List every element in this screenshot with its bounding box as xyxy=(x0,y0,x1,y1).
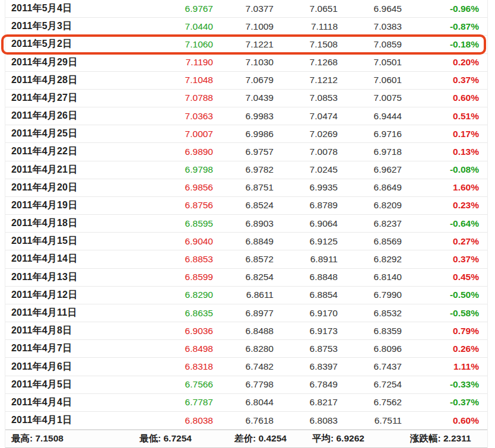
row-change-pct: -0.33% xyxy=(402,379,479,390)
row-change-pct: 0.37% xyxy=(402,75,479,85)
row-value-2: 6.8977 xyxy=(213,308,274,319)
row-value-4: 6.8532 xyxy=(338,308,402,319)
row-change-pct: -0.96% xyxy=(402,4,479,14)
row-value-2: 7.0679 xyxy=(213,75,274,85)
row-value-1: 7.1060 xyxy=(124,39,213,50)
row-value-2: 6.8611 xyxy=(213,290,274,300)
row-value-1: 7.0440 xyxy=(124,21,213,32)
row-value-3: 6.9170 xyxy=(274,308,338,319)
table-row[interactable]: 2011年4月15日 6.9040 6.8849 6.9125 6.8569 0… xyxy=(5,233,487,250)
row-value-4: 6.8292 xyxy=(338,254,402,265)
row-date: 2011年4月11日 xyxy=(11,307,124,319)
row-value-3: 7.0474 xyxy=(274,111,338,122)
summary-item: 平均: 6.9262 xyxy=(312,433,410,445)
row-value-4: 6.9627 xyxy=(338,164,402,175)
row-value-1: 7.0788 xyxy=(124,93,213,103)
row-change-pct: 0.27% xyxy=(402,236,479,247)
row-value-4: 6.9716 xyxy=(338,129,402,139)
row-change-pct: 0.45% xyxy=(402,272,479,282)
row-value-3: 6.9173 xyxy=(274,326,338,336)
row-date: 2011年4月14日 xyxy=(11,253,124,265)
table-row[interactable]: 2011年4月28日 7.1048 7.0679 7.1212 7.0601 0… xyxy=(5,72,487,90)
row-value-1: 6.8595 xyxy=(124,218,213,229)
table-row[interactable]: 2011年4月6日 6.8318 6.7482 6.8397 6.7437 1.… xyxy=(5,358,487,376)
summary-item: 最低: 6.7254 xyxy=(139,433,234,445)
row-value-4: 7.0859 xyxy=(338,39,402,50)
row-value-1: 7.0363 xyxy=(124,111,213,122)
table-row[interactable]: 2011年4月11日 6.8635 6.8977 6.9170 6.8532 -… xyxy=(5,304,487,322)
row-value-3: 7.1508 xyxy=(274,39,338,50)
row-value-2: 6.9983 xyxy=(213,111,274,122)
row-change-pct: 0.60% xyxy=(402,93,479,103)
table-row[interactable]: 2011年4月22日 6.9890 6.9757 7.0078 6.9718 0… xyxy=(5,143,487,161)
row-value-2: 6.8849 xyxy=(213,236,274,247)
table-row[interactable]: 2011年4月12日 6.8290 6.8611 6.8854 6.7990 -… xyxy=(5,287,487,304)
row-value-2: 7.0377 xyxy=(213,4,274,14)
row-change-pct: 0.37% xyxy=(402,254,479,265)
table-row[interactable]: 2011年4月7日 6.8498 6.8280 6.8753 6.8096 0.… xyxy=(5,340,487,358)
row-date: 2011年4月25日 xyxy=(11,128,124,140)
table-row[interactable]: 2011年5月2日 7.1060 7.1221 7.1508 7.0859 -0… xyxy=(5,36,487,53)
row-value-4: 6.7437 xyxy=(338,361,402,372)
row-value-1: 6.8290 xyxy=(124,290,213,300)
row-date: 2011年5月3日 xyxy=(11,20,124,33)
row-date: 2011年4月29日 xyxy=(11,56,124,69)
row-value-3: 6.8397 xyxy=(274,361,338,372)
table-row[interactable]: 2011年4月26日 7.0363 6.9983 7.0474 6.9444 0… xyxy=(5,107,487,125)
row-value-4: 6.7990 xyxy=(338,290,402,300)
table-row[interactable]: 2011年4月21日 6.9798 6.9782 7.0245 6.9627 -… xyxy=(5,161,487,179)
row-change-pct: 0.23% xyxy=(402,200,479,211)
table-row[interactable]: 2011年4月18日 6.8595 6.8903 6.9064 6.8237 -… xyxy=(5,215,487,233)
table-row[interactable]: 2011年4月13日 6.8599 6.8254 6.8848 6.8140 0… xyxy=(5,269,487,287)
table-row[interactable]: 2011年4月27日 7.0788 7.0439 7.0853 7.0075 0… xyxy=(5,90,487,107)
row-change-pct: -0.37% xyxy=(402,397,479,408)
row-value-3: 6.8753 xyxy=(274,344,338,354)
table-row[interactable]: 2011年4月1日 6.8038 6.7618 6.8083 6.7511 0.… xyxy=(5,412,487,430)
row-date: 2011年4月6日 xyxy=(11,361,124,373)
row-value-2: 6.9757 xyxy=(213,147,274,157)
row-value-4: 6.8140 xyxy=(338,272,402,282)
row-value-1: 6.8318 xyxy=(124,361,213,372)
row-value-4: 7.0383 xyxy=(338,21,402,32)
table-row[interactable]: 2011年4月5日 6.7566 6.7798 6.7849 6.7254 -0… xyxy=(5,376,487,394)
table-row[interactable]: 2011年5月4日 6.9767 7.0377 7.0651 6.9645 -0… xyxy=(5,0,487,18)
table-row[interactable]: 2011年4月14日 6.8853 6.8572 6.8911 6.8292 0… xyxy=(5,250,487,268)
row-value-2: 6.8524 xyxy=(213,200,274,211)
row-date: 2011年4月26日 xyxy=(11,110,124,122)
row-value-3: 7.1118 xyxy=(274,21,338,32)
row-value-2: 6.8488 xyxy=(213,326,274,336)
row-value-1: 6.8038 xyxy=(124,415,213,426)
row-value-4: 6.8096 xyxy=(338,344,402,354)
table-row[interactable]: 2011年4月19日 6.8756 6.8524 6.8789 6.8209 0… xyxy=(5,197,487,215)
table-row[interactable]: 2011年4月20日 6.9856 6.8751 6.9935 6.8649 1… xyxy=(5,179,487,197)
row-change-pct: 0.26% xyxy=(402,344,479,354)
row-change-pct: 1.11% xyxy=(402,361,479,372)
row-change-pct: 0.60% xyxy=(402,415,479,426)
row-value-1: 6.8599 xyxy=(124,272,213,282)
summary-item: 差价: 0.4254 xyxy=(234,433,312,445)
row-change-pct: 0.51% xyxy=(402,111,479,122)
row-value-2: 7.0439 xyxy=(213,93,274,103)
row-change-pct: -0.50% xyxy=(402,290,479,300)
row-value-2: 7.1030 xyxy=(213,57,274,68)
table-row[interactable]: 2011年5月3日 7.0440 7.1009 7.1118 7.0383 -0… xyxy=(5,18,487,36)
row-date: 2011年4月21日 xyxy=(11,164,124,176)
row-change-pct: -0.87% xyxy=(402,21,479,32)
table-row[interactable]: 2011年4月8日 6.9036 6.8488 6.9173 6.8359 0.… xyxy=(5,322,487,340)
row-date: 2011年5月2日 xyxy=(11,38,124,50)
row-value-3: 6.8083 xyxy=(274,415,338,426)
summary-item: 最高: 7.1508 xyxy=(11,433,139,445)
row-value-1: 6.8498 xyxy=(124,344,213,354)
row-value-4: 6.8209 xyxy=(338,200,402,211)
row-change-pct: -0.18% xyxy=(402,39,479,50)
row-value-3: 7.0245 xyxy=(274,164,338,175)
table-row[interactable]: 2011年4月25日 7.0007 6.9986 7.0269 6.9716 0… xyxy=(5,125,487,143)
table-row[interactable]: 2011年4月4日 6.7787 6.8044 6.8217 6.7562 -0… xyxy=(5,394,487,412)
row-value-1: 6.9040 xyxy=(124,236,213,247)
row-value-1: 7.0007 xyxy=(124,129,213,139)
row-change-pct: 0.20% xyxy=(402,57,479,68)
row-value-1: 7.1190 xyxy=(124,57,213,68)
row-value-3: 6.9125 xyxy=(274,236,338,247)
row-value-2: 6.8254 xyxy=(213,272,274,282)
table-row[interactable]: 2011年4月29日 7.1190 7.1030 7.1268 7.0501 0… xyxy=(5,54,487,72)
